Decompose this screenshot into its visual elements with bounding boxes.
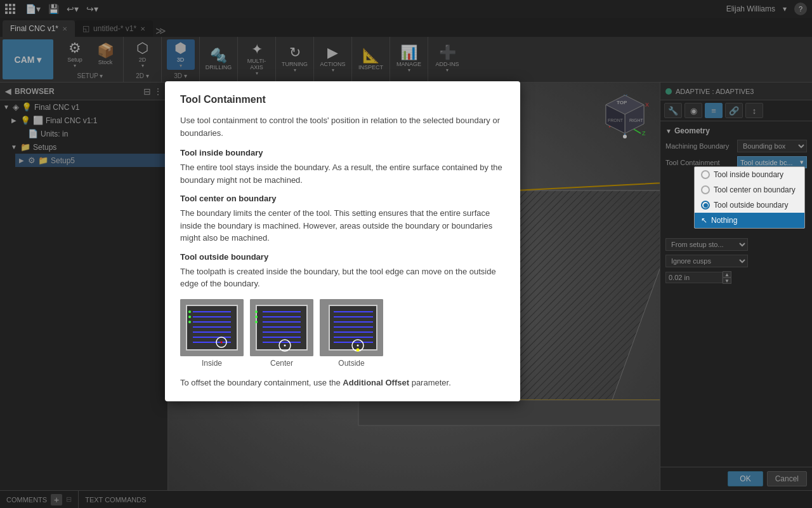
modal-subtitle-center: Tool center on boundary [180,194,505,203]
dropdown-item-nothing[interactable]: ↖ Nothing [695,213,804,228]
diagram-outside-box: Outside [320,299,383,368]
dropdown-menu: Tool inside boundary Tool center on boun… [694,166,805,229]
diagram-center-label: Center [270,359,293,368]
svg-point-32 [188,316,191,318]
svg-point-31 [188,311,191,313]
diagram-outside [320,299,383,356]
modal-overlay: Tool Containment Use tool containment to… [0,0,812,508]
diagram-center [250,299,313,356]
dropdown-item-outside[interactable]: Tool outside boundary [695,197,804,213]
diagram-inside-box: Inside [180,299,244,368]
dropdown-item-inside[interactable]: Tool inside boundary [695,167,804,182]
modal-text-outside: The toolpath is created inside the bound… [180,265,505,290]
diagram-inside [180,299,244,356]
diagram-center-box: Center [250,299,313,368]
modal-text-inside: The entire tool stays inside the boundar… [180,161,505,186]
diagram-inside-label: Inside [202,359,222,368]
modal-intro: Use tool containment to control the tool… [180,114,505,139]
additional-offset-bold: Additional Offset [343,378,409,387]
center-option-label: Tool center on boundary [714,185,796,194]
tool-containment-modal: Tool Containment Use tool containment to… [165,81,520,401]
svg-point-60 [357,344,359,346]
tool-containment-dropdown: Tool inside boundary Tool center on boun… [694,166,807,229]
svg-point-35 [221,341,223,343]
svg-point-49 [284,344,286,346]
modal-subtitle-outside: Tool outside boundary [180,252,505,262]
modal-footer: To offset the boundary containment, use … [180,377,505,389]
diagram-outside-label: Outside [338,359,364,368]
inside-radio [701,170,710,179]
dropdown-item-center[interactable]: Tool center on boundary [695,182,804,197]
nothing-option-label: Nothing [711,216,737,225]
modal-title: Tool Containment [180,94,505,105]
nothing-icon: ↖ [701,216,707,225]
svg-point-45 [255,311,258,313]
modal-subtitle-inside: Tool inside boundary [180,148,505,157]
svg-point-46 [255,316,258,318]
modal-diagrams: Inside [180,299,505,368]
svg-point-61 [357,348,360,351]
modal-text-center: The boundary limits the center of the to… [180,207,505,244]
svg-point-47 [255,321,258,323]
outside-option-label: Tool outside boundary [714,201,788,210]
inside-option-label: Tool inside boundary [714,170,783,179]
svg-point-33 [188,321,191,323]
center-radio [701,185,710,194]
outside-radio [701,201,710,210]
